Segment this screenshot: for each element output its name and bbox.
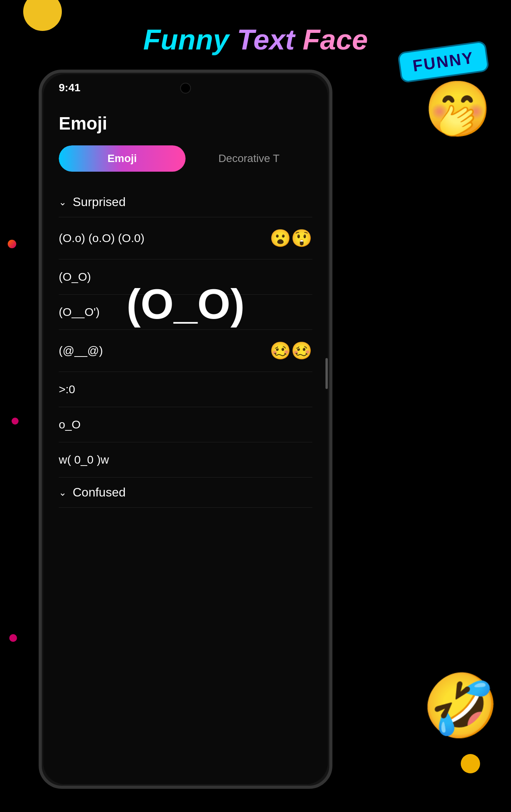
pink-dot-left-3	[9, 634, 17, 642]
tab-bar[interactable]: Emoji Decorative T	[59, 145, 312, 172]
scrollbar[interactable]	[325, 358, 328, 389]
face-row-4[interactable]: (@__@) 🥴🥴	[59, 330, 312, 372]
funny-sticker: FUNNY 🤭	[380, 46, 488, 162]
sticker-label: FUNNY	[397, 40, 490, 83]
face-row-7[interactable]: w( 0_0 )w	[59, 442, 312, 478]
face-row-5[interactable]: >:0	[59, 372, 312, 407]
chevron-down-icon-2: ⌄	[59, 487, 66, 498]
face-emojis-4: 🥴🥴	[270, 341, 312, 361]
section-confused-label: Confused	[73, 485, 126, 500]
face-text-3: (O__O')	[59, 305, 100, 319]
pink-dot-left-1	[8, 240, 16, 248]
face-row-1[interactable]: (O.o) (o.O) (O.0) 😮😲	[59, 217, 312, 259]
face-text-7: w( 0_0 )w	[59, 453, 109, 466]
section-surprised-label: Surprised	[73, 195, 126, 209]
phone-inner: 9:41 Emoji Emoji Decorative T ⌄ Surprise…	[43, 74, 328, 784]
pink-dot-left-2	[12, 418, 19, 425]
face-text-2: (O_O)	[59, 270, 91, 283]
section-confused[interactable]: ⌄ Confused	[59, 478, 312, 508]
section-surprised[interactable]: ⌄ Surprised	[59, 187, 312, 217]
status-time: 9:41	[59, 82, 80, 94]
tab-emoji[interactable]: Emoji	[59, 145, 186, 172]
face-row-6[interactable]: o_O	[59, 407, 312, 442]
face-row-2[interactable]: (O_O)	[59, 259, 312, 295]
face-row-3[interactable]: (O__O')	[59, 295, 312, 330]
chevron-down-icon: ⌄	[59, 197, 66, 208]
sticker-emoji: 🤭	[424, 77, 492, 141]
face-text-5: >:0	[59, 383, 75, 396]
face-text-1: (O.o) (o.O) (O.0)	[59, 232, 145, 245]
face-text-6: o_O	[59, 418, 81, 431]
gold-dot-bottom-right	[461, 754, 480, 773]
phone-frame: 9:41 Emoji Emoji Decorative T ⌄ Surprise…	[39, 70, 332, 789]
app-content: Emoji Emoji Decorative T ⌄ Surprised (O.…	[43, 101, 328, 784]
lol-sticker: 🤣	[422, 670, 499, 742]
camera-hole	[180, 83, 191, 94]
tab-decorative[interactable]: Decorative T	[186, 145, 312, 172]
face-emojis-1: 😮😲	[270, 228, 312, 248]
app-title: Emoji	[59, 113, 312, 134]
face-text-4: (@__@)	[59, 344, 103, 357]
